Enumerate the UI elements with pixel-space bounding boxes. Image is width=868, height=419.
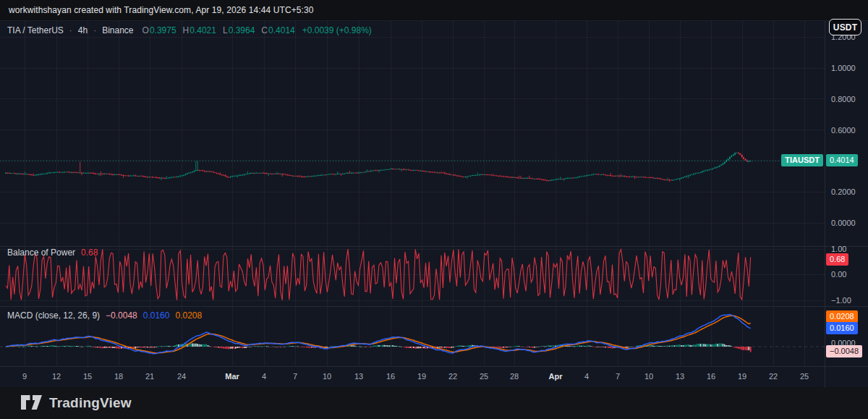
legend-separator: · [69,25,72,35]
bop-indicator-title[interactable]: Balance of Power [7,247,75,258]
tradingview-snapshot: workwithshayan created with TradingView.… [0,0,868,419]
legend-separator: · [93,25,96,35]
bop-axis-label: 0.00 [831,270,846,279]
price-axis-label: 1.0000 [831,64,856,72]
macd-histogram-down-weak [97,347,749,350]
time-axis-label: 19 [417,372,426,381]
time-axis-label: 21 [145,372,154,381]
symbol-legend[interactable]: TIA / TetherUS · 4h · Binance O0.3975 H0… [7,25,372,35]
time-axis-label: 10 [644,372,653,381]
time-axis-label: 19 [738,372,746,381]
macd-line-value: 0.0160 [143,310,170,321]
symbol-interval[interactable]: 4h [78,25,88,35]
currency-toggle-button[interactable]: USDT [829,19,861,35]
bop-indicator-legend[interactable]: Balance of Power 0.68 [7,247,98,258]
ohlc-high-label: H [183,25,190,35]
price-axis-label: 0.0000 [831,219,856,227]
tradingview-wordmark[interactable]: TradingView [49,395,132,411]
time-axis-label: 22 [448,372,457,381]
macd-line-badge: 0.0160 [826,322,858,334]
time-axis-label: 7 [616,372,620,381]
time-axis-label: 4 [262,372,266,381]
macd-histogram-badge: −0.0048 [826,345,862,357]
price-axis-label: 0.8000 [831,95,856,103]
time-axis-label: 9 [22,372,27,381]
price-axis-label: 0.2000 [831,187,856,196]
time-axis-month-label: Apr [549,372,563,381]
time-axis-label: 25 [480,372,488,381]
candle-wicks-up [6,152,751,181]
symbol-exchange[interactable]: Binance [102,25,133,35]
time-axis-label: 22 [769,372,778,381]
macd-histogram-value: −0.0048 [106,310,137,321]
time-axis-label: 18 [114,372,123,381]
price-axis-label: 0.6000 [831,126,856,135]
time-axis-label: 16 [386,372,395,381]
pane-separator[interactable] [0,306,868,307]
bop-value-badge: 0.68 [826,253,848,266]
time-axis-label: 16 [707,372,715,381]
time-axis-label: 28 [510,372,519,381]
time-axis-label: 7 [293,372,297,381]
time-axis-label: 12 [52,372,61,381]
ohlc-close-label: C [261,25,268,35]
macd-signal-badge: 0.0208 [826,310,858,323]
last-price-badge: 0.4014 [826,154,858,166]
ohlc-high-value: 0.4021 [190,25,216,35]
pane-separator[interactable] [0,246,868,247]
ohlc-low-value: 0.3964 [229,25,255,35]
ohlc-close-value: 0.4014 [268,25,295,35]
time-axis-label: 13 [354,372,363,381]
attribution-text: workwithshayan created with TradingView.… [9,5,314,15]
symbol-price-label-badge: TIAUSDT [781,154,823,166]
macd-indicator-title[interactable]: MACD (close, 12, 26, 9) [7,310,100,321]
candle-bodies-up [5,153,751,181]
chart-widget[interactable]: TIA / TetherUS · 4h · Binance O0.3975 H0… [0,20,868,388]
time-axis-label: 24 [177,372,186,381]
time-axis-label: 15 [83,372,92,381]
macd-indicator-legend[interactable]: MACD (close, 12, 26, 9) −0.0048 0.0160 0… [7,310,202,321]
ohlc-open-label: O [142,25,149,35]
ohlc-open-value: 0.3975 [150,25,176,35]
time-axis-label: 13 [676,372,684,381]
symbol-title[interactable]: TIA / TetherUS [7,25,64,35]
tradingview-logo-icon[interactable] [20,394,43,412]
ohlc-values: O0.3975 H0.4021 L0.3964 C0.4014 [142,25,295,35]
footer-bar: TradingView [0,387,868,419]
time-axis-label: 25 [800,372,809,381]
time-axis[interactable]: 91215182124Mar4710131619222528Apr4710131… [0,367,825,388]
bop-axis-label: 1.00 [831,245,846,253]
price-change: +0.0039 (+0.98%) [302,25,372,35]
ohlc-low-label: L [223,25,228,35]
macd-signal-value: 0.0208 [175,310,202,321]
attribution-bar: workwithshayan created with TradingView.… [0,0,868,20]
time-axis-month-label: Mar [225,372,239,381]
time-axis-label: 4 [584,372,589,381]
bop-axis-label: −1.00 [831,296,851,305]
time-axis-label: 10 [323,372,331,381]
bop-indicator-value: 0.68 [81,247,98,258]
